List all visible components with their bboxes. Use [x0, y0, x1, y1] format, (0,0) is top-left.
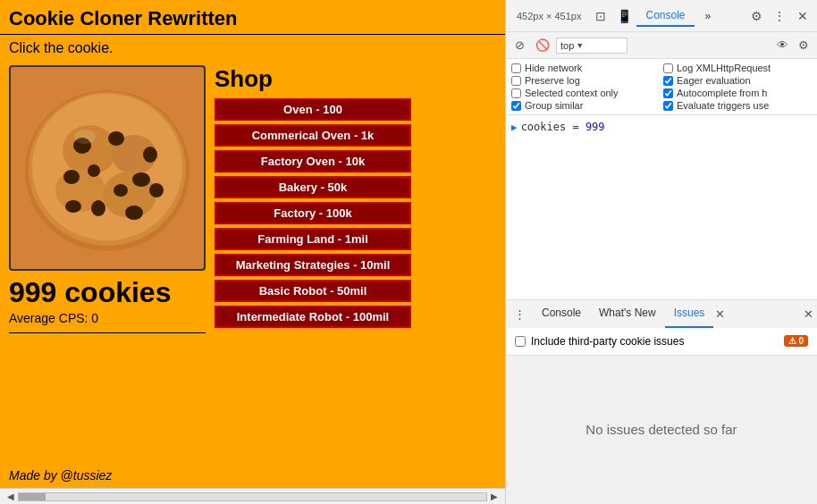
checkbox-7[interactable]	[663, 101, 673, 111]
settings-icon[interactable]: ⚙	[745, 5, 767, 27]
shop-item-8[interactable]: Intermediate Robot - 100mil	[215, 306, 411, 328]
scroll-right-arrow[interactable]: ▶	[487, 491, 501, 501]
tab-console[interactable]: Console	[636, 5, 694, 27]
context-label: top	[560, 40, 574, 51]
svg-point-11	[132, 172, 150, 187]
game-title: Cookie Cloner Rewritten	[0, 0, 505, 35]
no-issues-label: No issues detected so far	[585, 422, 737, 437]
scroll-left-arrow[interactable]: ◀	[4, 491, 18, 501]
svg-point-18	[74, 130, 96, 144]
close-issues-tab-icon[interactable]: ✕	[713, 307, 727, 321]
svg-point-10	[63, 170, 80, 184]
checkbox-label-0: Hide network	[525, 63, 582, 73]
scrollbar-thumb[interactable]	[19, 493, 46, 500]
checkbox-row-4: Selected context only	[511, 88, 660, 98]
scrollbar-track[interactable]	[18, 492, 487, 501]
clear-console-icon[interactable]: ⊘	[510, 36, 529, 55]
checkbox-row-1: Log XMLHttpRequest	[663, 63, 812, 73]
shop-items-list: Oven - 100Commerical Oven - 1kFactory Ov…	[215, 98, 496, 328]
third-party-cookie-checkbox[interactable]	[515, 336, 526, 347]
svg-point-12	[91, 200, 105, 216]
console-settings-icon[interactable]: ⚙	[794, 36, 813, 55]
cookie-count: 999 cookies	[9, 276, 171, 309]
context-arrow: ▼	[576, 41, 584, 50]
devtools-topbar: 452px × 451px ⊡ 📱 Console » ⚙ ⋮ ✕	[506, 0, 817, 32]
console-expression: cookies = 999	[521, 119, 605, 135]
checkbox-6[interactable]	[511, 101, 521, 111]
svg-point-13	[125, 206, 143, 220]
third-party-cookie-label: Include third-party cookie issues	[531, 335, 684, 348]
avg-cps: Average CPS: 0	[9, 311, 98, 325]
shop-title: Shop	[215, 65, 496, 93]
more-options-icon[interactable]: ⋮	[769, 5, 790, 27]
checkbox-row-0: Hide network	[511, 63, 660, 73]
btab-issues[interactable]: Issues	[665, 300, 714, 328]
devtools-panel: 452px × 451px ⊡ 📱 Console » ⚙ ⋮ ✕ ⊘ 🚫 to…	[505, 0, 817, 504]
devtools-bottomtabs: ⋮ Console What's New Issues ✕ ✕	[506, 299, 817, 328]
device-icon[interactable]: 📱	[613, 5, 635, 27]
svg-point-16	[149, 183, 164, 197]
screencast-icon[interactable]: ⊡	[590, 5, 611, 27]
checkbox-label-4: Selected context only	[525, 88, 619, 98]
console-line: ▶ cookies = 999	[511, 119, 812, 136]
tab-more[interactable]: »	[696, 6, 720, 26]
checkbox-1[interactable]	[663, 63, 673, 73]
svg-point-15	[114, 184, 128, 197]
dimension-display: 452px × 451px	[510, 11, 588, 21]
checkbox-4[interactable]	[511, 88, 521, 98]
checkbox-row-7: Evaluate triggers use	[663, 100, 812, 111]
shop-item-3[interactable]: Bakery - 50k	[215, 176, 411, 198]
shop-item-2[interactable]: Factory Oven - 10k	[215, 150, 411, 172]
console-value-part: 999	[585, 121, 605, 133]
shop-item-0[interactable]: Oven - 100	[215, 98, 411, 121]
checkbox-label-3: Eager evaluation	[677, 75, 751, 86]
checkbox-label-7: Evaluate triggers use	[677, 100, 769, 111]
cookie-button[interactable]	[9, 65, 206, 271]
svg-point-17	[65, 200, 81, 213]
checkbox-5[interactable]	[663, 88, 673, 98]
checkbox-label-2: Preserve log	[525, 75, 580, 86]
checkbox-label-6: Group similar	[525, 100, 583, 111]
shop-item-1[interactable]: Commerical Oven - 1k	[215, 124, 411, 147]
bottom-scrollbar: ◀ ▶	[0, 488, 505, 504]
svg-point-14	[88, 164, 100, 177]
filter-icon[interactable]: 🚫	[533, 36, 552, 55]
made-by: Made by @tussiez	[0, 468, 505, 483]
checkbox-2[interactable]	[511, 76, 521, 86]
btab-console[interactable]: Console	[533, 300, 590, 328]
svg-point-8	[108, 131, 124, 146]
checkbox-3[interactable]	[663, 76, 673, 86]
shop-item-6[interactable]: Marketing Strategies - 10mil	[215, 254, 411, 276]
console-prompt-arrow: ▶	[511, 120, 518, 136]
devtools-secondbar: ⊘ 🚫 top ▼ 👁 ⚙	[506, 32, 817, 59]
console-text-part: cookies =	[521, 121, 585, 133]
checkbox-0[interactable]	[511, 63, 521, 73]
devtools-console[interactable]: ▶ cookies = 999	[506, 115, 817, 299]
close-bottombar-icon[interactable]: ✕	[804, 307, 813, 321]
divider	[9, 332, 206, 333]
shop-section: Shop Oven - 100Commerical Oven - 1kFacto…	[215, 62, 496, 468]
shop-item-7[interactable]: Basic Robot - 50mil	[215, 280, 411, 302]
devtools-issues-panel: Include third-party cookie issues ⚠ 0 No…	[506, 328, 817, 505]
checkbox-label-1: Log XMLHttpRequest	[677, 63, 771, 73]
click-instruction: Click the cookie.	[0, 35, 505, 62]
checkbox-row-6: Group similar	[511, 100, 660, 111]
checkbox-label-5: Autocomplete from h	[677, 88, 768, 98]
devtools-checkboxes: Hide networkLog XMLHttpRequestPreserve l…	[506, 59, 817, 115]
context-selector[interactable]: top ▼	[556, 38, 627, 54]
shop-item-5[interactable]: Farming Land - 1mil	[215, 228, 411, 250]
svg-point-9	[143, 147, 157, 163]
checkbox-row-2: Preserve log	[511, 75, 660, 86]
eye-icon[interactable]: 👁	[772, 36, 792, 55]
close-devtools-icon[interactable]: ✕	[792, 5, 813, 27]
checkbox-row-5: Autocomplete from h	[663, 88, 812, 98]
cookie-image	[18, 74, 197, 262]
game-area: Cookie Cloner Rewritten Click the cookie…	[0, 0, 505, 504]
no-issues-text: No issues detected so far	[506, 356, 817, 505]
bottom-more-icon[interactable]: ⋮	[510, 304, 529, 323]
issues-checkrow: Include third-party cookie issues ⚠ 0	[506, 328, 817, 356]
shop-item-4[interactable]: Factory - 100k	[215, 202, 411, 224]
issues-badge: ⚠ 0	[784, 335, 808, 347]
checkbox-row-3: Eager evaluation	[663, 75, 812, 86]
btab-whatsnew[interactable]: What's New	[590, 300, 665, 328]
